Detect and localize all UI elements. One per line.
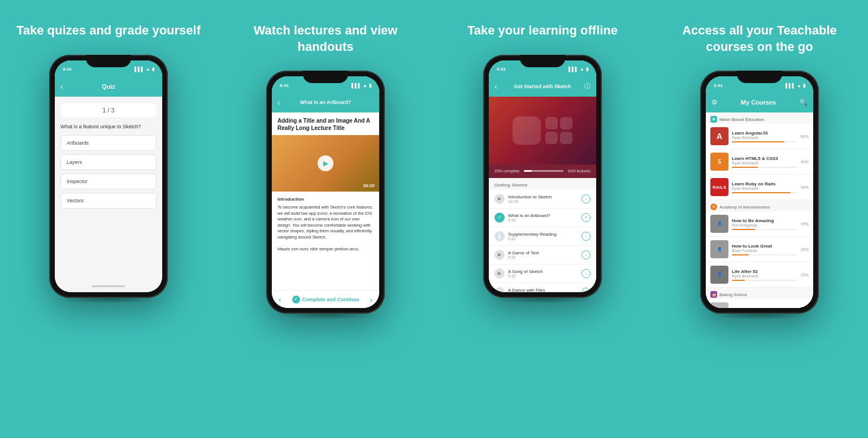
panel-lecture: Watch lectures and view handouts 9:41 ▌▌… (217, 0, 434, 438)
course-thumb-baking: 🎂 (710, 302, 728, 308)
quiz-counter: 1 / 3 (60, 103, 157, 117)
battery-icon-4: ▮ (803, 83, 805, 88)
course-info-rails: Learn Ruby on Rails Ryan Bonhardt (732, 181, 797, 193)
offline-header: ‹ Get Started with Sketch ⓘ (489, 76, 596, 97)
course-name-html: Learn HTML5 & CSS3 (732, 156, 797, 161)
progress-fill-bar (524, 170, 563, 172)
course-progress-fill-html (732, 167, 758, 168)
list-item[interactable]: RAILS Learn Ruby on Rails Ryan Bonhardt … (706, 175, 813, 200)
list-item[interactable]: ▶ A Song of Sketch 5:32 ↓ (489, 264, 596, 283)
panel-quiz: Take quizes and grade yourself 9:41 ▌▌▌ … (0, 0, 217, 438)
course-pct-html: 40% (801, 160, 809, 164)
course-progress-angular (732, 141, 797, 142)
offline-body: Getting Started ▶ Introduction to Sketch… (489, 178, 596, 292)
time-1: 9:41 (63, 67, 72, 72)
time-4: 9:41 (714, 83, 723, 88)
course-info-life: Life After 52 Ryan Bonhardt (732, 269, 797, 281)
time-2: 9:41 (280, 83, 289, 88)
lesson-duration-5: 5:32 (508, 274, 578, 278)
list-item[interactable]: ▶ A Dance with Files 5:32 ↓ (489, 283, 596, 292)
list-item[interactable]: 👤 How to Be Amazing Ron Burgandy 35% (706, 211, 813, 237)
lecture-body: Adding a Title and an Image And A Really… (272, 112, 379, 290)
quiz-option-inspector[interactable]: Inspector (60, 174, 157, 189)
provider-label-2: Academy of Awesomeness (719, 205, 770, 209)
battery-icon-3: ▮ (586, 67, 588, 72)
quiz-option-vectors[interactable]: Vectors (60, 193, 157, 209)
play-button[interactable]: ▶ (318, 155, 333, 171)
lecture-desc-text: To become acquainted with Sketch's core … (277, 205, 373, 240)
lesson-dl-5[interactable]: ↓ (581, 269, 591, 278)
hero-shape-sm-1 (545, 117, 558, 129)
course-name-rails: Learn Ruby on Rails (732, 181, 797, 187)
wifi-icon-2: ▲ (363, 83, 367, 88)
panel-3-title: Take your learning offline (467, 23, 618, 39)
section-title-1: Getting Started (489, 178, 596, 190)
list-item[interactable]: 5 Learn HTML5 & CSS3 Ryan Bonhardt 40% (706, 149, 813, 175)
lesson-name-2: What is an Artboard? (508, 213, 578, 218)
lesson-icon-2-done: ✓ (494, 213, 505, 223)
course-progress-fill-great (732, 254, 749, 255)
lesson-dl-6[interactable]: ↓ (581, 288, 591, 292)
notch-2 (303, 71, 348, 83)
course-progress-fill-angular (732, 141, 784, 142)
quiz-question: What is a feature unique to Sketch? (60, 124, 157, 129)
list-item[interactable]: 🎂 Cake decorating 0% (706, 299, 813, 308)
search-icon[interactable]: 🔍 (799, 98, 808, 106)
status-icons-1: ▌▌▌ ▲ ▮ (134, 67, 154, 72)
course-progress-rails (732, 192, 797, 193)
lecture-prev-btn[interactable]: ‹ (279, 295, 281, 304)
list-item[interactable]: 👤 Life After 52 Ryan Bonhardt 20% (706, 262, 813, 288)
lecture-video-title: Adding a Title and an Image And A Really… (272, 112, 379, 135)
course-progress-fill-life (732, 280, 745, 281)
info-icon[interactable]: ⓘ (584, 82, 591, 90)
lesson-info-6: A Dance with Files 5:32 (508, 288, 578, 292)
list-item[interactable]: ▶ A Game of Text 5:32 ↓ (489, 246, 596, 264)
progress-lectures-text: 6/34 lectures (568, 169, 591, 173)
battery-icon: ▮ (152, 67, 154, 72)
courses-body: M Maker-Based Education A Learn AngularJ… (706, 112, 813, 308)
lesson-dl-1[interactable]: ↓ (581, 194, 591, 203)
settings-icon[interactable]: ⚙ (711, 98, 718, 106)
signal-icon: ▌▌▌ (134, 67, 144, 72)
lesson-info-2: What is an Artboard? 5:32 (508, 213, 578, 222)
complete-continue-btn[interactable]: ✓ Complete and Continue (292, 296, 359, 303)
quiz-option-artboards[interactable]: Artboards (60, 135, 157, 151)
list-item[interactable]: ▶ Introduction to Sketch 13:15 ↓ (489, 190, 596, 209)
lesson-name-6: A Dance with Files (508, 288, 578, 292)
progress-pct-text: 20% complete (494, 169, 519, 173)
course-info-baking: Cake decorating (732, 307, 800, 308)
provider-icon-2: A (710, 203, 717, 210)
lesson-duration-3: 5:32 (508, 237, 578, 241)
provider-label-1: Maker-Based Education (719, 118, 764, 122)
course-name-angular: Learn AngularJS (732, 131, 797, 136)
provider-label-3: Baking School (719, 293, 747, 297)
lesson-name-1: Introduction to Sketch (508, 194, 578, 200)
wifi-icon-4: ▲ (797, 83, 801, 88)
lecture-video-thumb[interactable]: ▶ 30:20 (272, 135, 379, 192)
courses-header: ⚙ My Courses 🔍 (706, 92, 813, 112)
lecture-desc: Introduction To become acquainted with S… (272, 192, 379, 257)
panel-1-title: Take quizes and grade yourself (16, 23, 201, 39)
lesson-dl-2[interactable]: ✓ (581, 213, 591, 222)
quiz-back-btn[interactable]: ‹ (60, 82, 63, 91)
lesson-icon-4: ▶ (494, 250, 505, 260)
list-item[interactable]: A Learn AngularJS Ryan Bonhardt 80% (706, 124, 813, 149)
lesson-icon-3: 📄 (494, 231, 505, 241)
provider-section-1: M Maker-Based Education (706, 112, 813, 124)
panel-4-title: Access all your Teachable courses on the… (662, 23, 857, 55)
complete-btn-label: Complete and Continue (302, 297, 359, 302)
lesson-dl-4[interactable]: ↓ (581, 250, 591, 259)
phone-2-inner: 9:41 ▌▌▌ ▲ ▮ ‹ What is an Artboard? Addi… (272, 76, 379, 308)
lecture-back-btn[interactable]: ‹ (277, 98, 280, 107)
list-item[interactable]: 👤 How to Look Great Brian Fontana 26% (706, 237, 813, 262)
lesson-info-1: Introduction to Sketch 13:15 (508, 194, 578, 203)
phone-1-inner: 9:41 ▌▌▌ ▲ ▮ ‹ Quiz 1 / 3 What is a feat… (55, 60, 162, 292)
offline-back-btn[interactable]: ‹ (494, 82, 497, 91)
list-item[interactable]: 📄 Supplementary Reading 5:32 ↓ (489, 227, 596, 246)
lecture-next-btn[interactable]: › (370, 295, 372, 304)
quiz-option-layers[interactable]: Layers (60, 154, 157, 170)
course-progress-html (732, 167, 797, 168)
course-thumb-rails: RAILS (710, 178, 728, 196)
lesson-dl-3[interactable]: ↓ (581, 232, 591, 241)
list-item[interactable]: ✓ What is an Artboard? 5:32 ✓ (489, 209, 596, 227)
